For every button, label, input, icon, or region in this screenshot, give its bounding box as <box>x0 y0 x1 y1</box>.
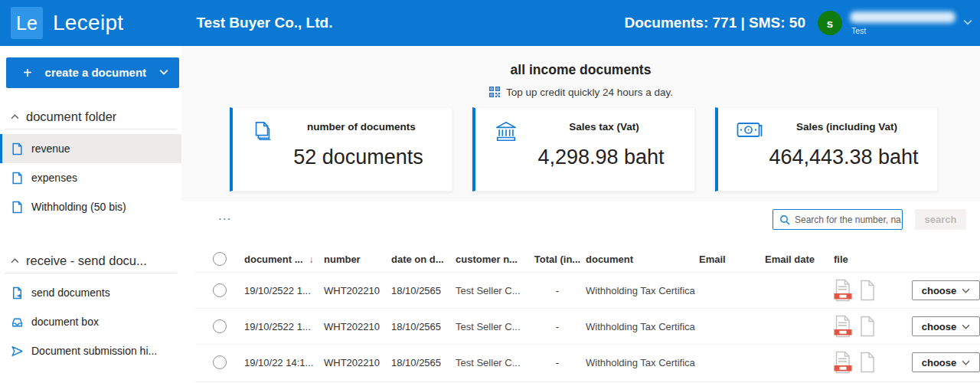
create-document-button[interactable]: + create a document <box>6 57 179 88</box>
row-radio[interactable] <box>213 283 227 297</box>
chevron-down-icon[interactable] <box>963 16 972 30</box>
choose-button[interactable]: choose <box>912 352 980 372</box>
cell-document-type: Withholding Tax Certifica <box>586 321 699 332</box>
document-page-icon <box>11 172 24 185</box>
document-page-icon <box>11 142 24 155</box>
column-header-number[interactable]: number <box>324 254 391 265</box>
select-all-radio[interactable] <box>213 252 227 266</box>
column-header-date[interactable]: date on d... <box>391 254 456 265</box>
bank-icon <box>494 120 518 146</box>
column-header-email[interactable]: Email <box>699 254 765 265</box>
chevron-down-icon <box>962 358 970 367</box>
usage-counter: Documents: 771 | SMS: 50 <box>624 15 805 31</box>
row-radio-cell <box>195 355 244 369</box>
sidebar-item-label: expenses <box>31 172 77 184</box>
table-bottom-divider <box>195 381 980 382</box>
table-header-row: document ...↓ number date on d... custom… <box>195 246 980 272</box>
choose-label: choose <box>922 321 957 332</box>
main-content: all income documents Top up credit quick… <box>181 46 980 383</box>
cell-number: WHT202210 <box>324 285 391 296</box>
sidebar-item-withholding[interactable]: Withholding (50 bis) <box>0 192 181 221</box>
pdf-file-icon[interactable] <box>834 279 852 302</box>
create-document-label: create a document <box>32 66 159 79</box>
choose-label: choose <box>922 285 957 296</box>
chevron-up-icon <box>11 257 19 265</box>
search-button[interactable]: search <box>915 209 966 230</box>
row-radio[interactable] <box>213 319 227 333</box>
send-document-icon <box>11 286 24 300</box>
column-header-document[interactable]: document <box>586 254 699 265</box>
document-file-icon[interactable] <box>859 316 876 337</box>
sidebar-item-revenue[interactable]: revenue <box>0 134 181 163</box>
cell-file <box>834 279 912 302</box>
sidebar-item-document-box[interactable]: document box <box>0 307 181 336</box>
card-value: 464,443.38 baht <box>718 146 937 169</box>
document-file-icon[interactable] <box>859 280 876 301</box>
app-window: Le Leceipt Test Buyer Co., Ltd. Document… <box>0 0 980 383</box>
cell-created: 19/10/22 14:1... <box>244 357 324 368</box>
section-title: document folder <box>26 110 116 124</box>
table-row[interactable]: 19/10/2522 1... WHT202210 18/10/2565 Tes… <box>195 272 980 308</box>
cell-created: 19/10/2522 1... <box>244 321 324 332</box>
avatar[interactable]: s <box>818 11 842 35</box>
search-icon <box>779 214 790 225</box>
overflow-menu-button[interactable]: ... <box>218 212 231 220</box>
account-menu[interactable]: Test <box>850 9 963 37</box>
sidebar: + create a document document folder reve… <box>0 46 181 383</box>
section-receive-send[interactable]: receive - send docu... <box>0 251 181 270</box>
sidebar-item-label: Document submission hi... <box>31 345 157 357</box>
column-header-created[interactable]: document ...↓ <box>244 254 324 265</box>
sidebar-item-submission-history[interactable]: Document submission hi... <box>0 336 181 365</box>
banknote-icon <box>737 120 763 143</box>
search-box <box>773 209 903 230</box>
sidebar-item-label: send documents <box>31 286 110 299</box>
column-header-total[interactable]: Total (in... <box>529 254 586 265</box>
row-radio[interactable] <box>213 355 227 369</box>
app-logo[interactable]: Le <box>11 7 43 39</box>
table-area: ... search document ...↓ number date on … <box>181 201 980 383</box>
chevron-down-icon[interactable] <box>159 67 168 79</box>
cell-number: WHT202210 <box>324 321 391 332</box>
column-header-email-date[interactable]: Email date <box>765 254 834 265</box>
chevron-down-icon <box>962 322 970 331</box>
sidebar-item-send-documents[interactable]: send documents <box>0 278 181 307</box>
cell-actions: choose <box>912 352 980 372</box>
section-title: receive - send docu... <box>26 254 147 268</box>
account-name-redacted <box>850 11 956 23</box>
column-header-customer[interactable]: customer n... <box>456 254 529 265</box>
document-file-icon[interactable] <box>859 352 876 373</box>
cell-date: 18/10/2565 <box>391 357 456 368</box>
sidebar-item-label: Withholding (50 bis) <box>31 201 126 213</box>
page-title: all income documents <box>181 62 980 78</box>
row-radio-cell <box>195 283 244 297</box>
divider <box>5 273 177 273</box>
pdf-file-icon[interactable] <box>834 351 852 374</box>
cell-document-type: Withholding Tax Certifica <box>586 285 699 296</box>
inbox-icon <box>11 316 24 329</box>
choose-button[interactable]: choose <box>912 280 980 300</box>
plus-icon: + <box>23 64 32 82</box>
company-name: Test Buyer Co., Ltd. <box>196 15 332 31</box>
cell-file <box>834 315 912 338</box>
divider <box>5 129 177 129</box>
section-document-folder[interactable]: document folder <box>0 107 181 126</box>
sidebar-item-label: revenue <box>31 142 70 155</box>
cell-number: WHT202210 <box>324 357 391 368</box>
column-header-file[interactable]: file <box>834 254 912 265</box>
cell-document-type: Withholding Tax Certifica <box>586 357 699 368</box>
card-value: 4,298.98 baht <box>475 146 694 169</box>
table-row[interactable]: 19/10/22 14:1... WHT202210 18/10/2565 Te… <box>195 344 980 380</box>
table-row[interactable]: 19/10/2522 1... WHT202210 18/10/2565 Tes… <box>195 308 980 344</box>
cell-actions: choose <box>912 280 980 300</box>
chevron-down-icon <box>962 286 970 295</box>
sidebar-item-expenses[interactable]: expenses <box>0 163 181 192</box>
documents-table: document ...↓ number date on d... custom… <box>195 246 980 380</box>
search-input[interactable] <box>795 214 902 225</box>
sidebar-item-label: document box <box>31 316 99 328</box>
top-bar: Le Leceipt Test Buyer Co., Ltd. Document… <box>0 0 980 46</box>
cell-customer: Test Seller C... <box>456 285 529 296</box>
topup-link[interactable]: Top up credit quickly 24 hours a day. <box>181 86 980 98</box>
pdf-file-icon[interactable] <box>834 315 852 338</box>
account-role-label: Test <box>851 26 866 35</box>
choose-button[interactable]: choose <box>912 316 980 336</box>
